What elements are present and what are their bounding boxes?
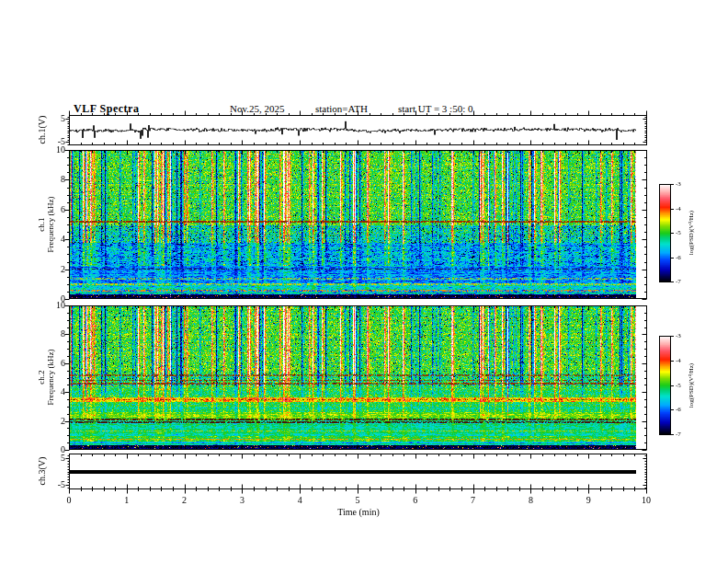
ch2-freq-tick-label: 8 <box>41 329 65 339</box>
start-ut-label: start UT = 3 :50: 0 <box>398 103 472 114</box>
ch3-waveform-canvas <box>70 454 636 488</box>
colorbar1-tick-label: -4 <box>676 206 681 213</box>
time-tick-label: 6 <box>404 496 427 505</box>
colorbar1-tick-label: -6 <box>676 255 681 261</box>
time-tick-label: 4 <box>289 496 311 505</box>
ch2-spec-channel-label: ch.2 <box>37 349 46 405</box>
ch2-spec-axis-label: ch.2 Frequency (kHz) <box>37 349 55 405</box>
ch2-freq-tick-label: 0 <box>41 445 65 454</box>
colorbar1-tick-label: -5 <box>676 230 681 236</box>
time-tick-label: 1 <box>116 496 138 505</box>
ch2-freq-tick-label: 10 <box>41 301 65 310</box>
colorbar1-psd-label: log(PSD)(V²/Hz) <box>688 211 695 255</box>
colorbar2-tick-label: -7 <box>676 431 681 438</box>
plot-title: VLF Spectra <box>74 102 139 116</box>
time-tick-label: 0 <box>58 496 80 505</box>
station-label: station=ATH <box>315 103 368 114</box>
ch1-freq-tick-label: 10 <box>41 145 65 155</box>
ch1-freq-tick-label: 0 <box>41 294 65 304</box>
ch1-spec-frequency-label: Frequency (kHz) <box>46 196 55 252</box>
ch1-spectrogram-canvas <box>70 151 636 298</box>
colorbar2-tick-label: -5 <box>676 383 681 389</box>
colorbar1-tick-label: -7 <box>676 279 681 285</box>
time-axis-label: Time (min) <box>313 508 404 517</box>
colorbar2-tick-label: -4 <box>676 358 681 364</box>
time-tick-label: 10 <box>635 496 657 505</box>
ch1-spec-channel-label: ch.1 <box>37 196 46 252</box>
time-tick-label: 9 <box>577 496 599 505</box>
plot-date: Nov.25, 2025 <box>230 103 284 114</box>
time-tick-label: 2 <box>174 496 196 505</box>
ch2-freq-tick-label: 2 <box>41 417 65 426</box>
ch1-freq-tick-label: 8 <box>41 175 65 184</box>
time-tick-label: 8 <box>519 496 541 505</box>
colorbar1-tick-label: -3 <box>676 181 681 188</box>
colorbar2-tick-label: -6 <box>676 407 681 413</box>
ch1-spec-axis-label: ch.1 Frequency (kHz) <box>37 196 55 252</box>
colorbar2-psd-label: log(PSD)(V²/Hz) <box>688 363 695 408</box>
ch3-wave-axis-label: ch.3(V) <box>37 457 47 486</box>
vlf-spectra-plot: VLF Spectra Nov.25, 2025 station=ATH sta… <box>0 0 728 563</box>
ch2-spec-frequency-label: Frequency (kHz) <box>46 349 55 405</box>
ch1-wave-axis-label: ch.1(V) <box>37 116 47 144</box>
time-tick-label: 5 <box>347 496 369 505</box>
ch2-spectrogram-canvas <box>70 306 636 449</box>
ch1-waveform-canvas <box>70 116 646 144</box>
time-tick-label: 7 <box>462 496 484 505</box>
time-tick-label: 3 <box>231 496 253 505</box>
colorbar2-tick-label: -3 <box>676 333 681 339</box>
ch1-freq-tick-label: 2 <box>41 265 65 274</box>
